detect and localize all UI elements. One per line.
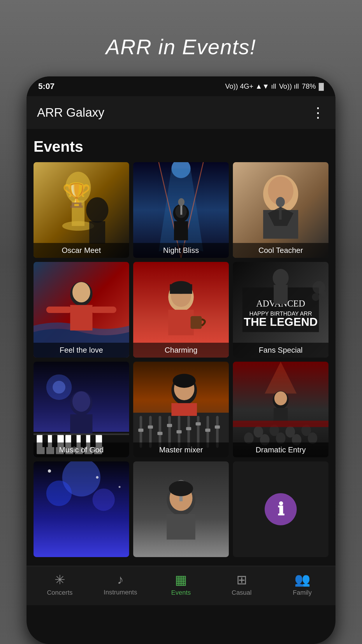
casual-nav-label: Casual — [232, 589, 252, 596]
svg-point-29 — [72, 282, 90, 302]
app-bar: ARR Galaxy ⋮ — [27, 96, 335, 129]
svg-point-109 — [92, 489, 115, 511]
grid-item-oscar-meet[interactable]: Oscar Meet — [34, 162, 129, 258]
phone-frame: 5:07 Vo)) 4G+ ▲▼ ıll Vo)) ıll 78% ▓ ARR … — [27, 76, 335, 644]
oscar-meet-label: Oscar Meet — [34, 243, 129, 258]
svg-point-119 — [169, 481, 193, 496]
family-nav-label: Family — [293, 589, 312, 596]
concerts-nav-label: Concerts — [47, 589, 73, 596]
status-bar: 5:07 Vo)) 4G+ ▲▼ ıll Vo)) ıll 78% ▓ — [27, 76, 335, 96]
svg-rect-80 — [157, 432, 162, 435]
instruments-nav-icon: ♪ — [117, 572, 124, 587]
grid-item-fans-special[interactable]: ADVANCED HAPPY BIRTHDAY ARR THE LEGEND — [233, 262, 328, 358]
svg-rect-105 — [233, 421, 328, 427]
feel-love-label: Feel the love — [34, 343, 129, 358]
battery-icon: ▓ — [319, 82, 324, 90]
signal2-text: Vo)) ıll — [279, 82, 299, 90]
grid-item-dramatic-entry[interactable]: Dramatic Entry — [233, 362, 328, 457]
concerts-nav-icon: ✳ — [55, 572, 65, 587]
svg-rect-63 — [70, 414, 93, 433]
svg-rect-26 — [70, 305, 93, 330]
svg-point-112 — [119, 486, 121, 488]
app-bar-title: ARR Galaxy — [37, 106, 104, 120]
events-nav-icon: ▦ — [175, 572, 187, 587]
page-title: ARR in Events! — [106, 35, 256, 59]
nav-item-instruments[interactable]: ♪ Instruments — [90, 572, 151, 596]
svg-rect-27 — [46, 307, 72, 313]
svg-point-111 — [96, 476, 99, 479]
cool-teacher-label: Cool Teacher — [233, 243, 328, 258]
svg-point-45 — [312, 293, 319, 301]
nav-item-concerts[interactable]: ✳ Concerts — [29, 572, 90, 596]
svg-rect-88 — [171, 403, 197, 416]
grid-item-charming[interactable]: Charming — [133, 262, 229, 358]
grid-item-feel-love[interactable]: Feel the love — [34, 262, 129, 358]
battery-text: 78% — [302, 82, 316, 90]
svg-rect-49 — [34, 433, 129, 435]
svg-point-110 — [48, 469, 51, 473]
svg-rect-79 — [148, 426, 153, 429]
grid-item-night-bliss[interactable]: Night Bliss — [133, 162, 229, 258]
svg-rect-86 — [215, 426, 220, 429]
svg-rect-32 — [168, 310, 194, 335]
svg-rect-83 — [186, 427, 191, 430]
status-right: Vo)) 4G+ ▲▼ ıll Vo)) ıll 78% ▓ — [225, 82, 324, 90]
family-nav-icon: 👥 — [294, 572, 310, 587]
nav-item-casual[interactable]: ⊞ Casual — [211, 572, 272, 596]
grid-item-music-god[interactable]: Music of God — [34, 362, 129, 457]
signal-text: Vo)) 4G+ ▲▼ ıll — [225, 82, 276, 90]
svg-rect-13 — [174, 221, 188, 240]
svg-rect-34 — [191, 316, 202, 329]
svg-point-42 — [273, 269, 289, 287]
svg-point-108 — [46, 481, 72, 506]
outer-wrapper: ARR in Events! 5:07 Vo)) 4G+ ▲▼ ıll Vo))… — [0, 0, 362, 644]
events-nav-label: Events — [171, 589, 191, 596]
grid-item-info[interactable]: ℹ — [233, 461, 328, 557]
fans-special-label: Fans Special — [233, 343, 328, 358]
svg-rect-81 — [167, 424, 172, 427]
casual-nav-icon: ⊞ — [236, 572, 247, 587]
svg-point-64 — [72, 391, 90, 412]
dramatic-entry-label: Dramatic Entry — [233, 442, 328, 457]
svg-rect-115 — [167, 514, 195, 539]
svg-rect-36 — [170, 284, 192, 294]
svg-point-5 — [86, 197, 108, 223]
nav-item-family[interactable]: 👥 Family — [272, 572, 333, 596]
more-options-button[interactable]: ⋮ — [311, 104, 325, 121]
master-mixer-label: Master mixer — [133, 442, 229, 457]
grid-item-master-mixer[interactable]: Master mixer — [133, 362, 229, 457]
svg-point-90 — [173, 374, 196, 388]
instruments-nav-label: Instruments — [104, 589, 137, 596]
night-bliss-label: Night Bliss — [133, 243, 229, 258]
grid-item-concerts[interactable] — [34, 461, 129, 557]
svg-point-104 — [274, 391, 287, 405]
music-god-label: Music of God — [34, 442, 129, 457]
info-circle-button[interactable]: ℹ — [265, 493, 297, 525]
svg-point-46 — [321, 291, 326, 296]
grid-item-cool-teacher[interactable]: Cool Teacher — [233, 162, 328, 258]
svg-rect-28 — [91, 307, 116, 313]
grid-item-mic[interactable] — [133, 461, 229, 557]
svg-rect-43 — [274, 285, 288, 304]
svg-rect-6 — [89, 221, 105, 244]
svg-point-16 — [178, 198, 184, 206]
svg-text:THE LEGEND: THE LEGEND — [244, 315, 318, 328]
svg-rect-78 — [138, 429, 143, 432]
bottom-nav: ✳ Concerts ♪ Instruments ▦ Events ⊞ Casu… — [27, 566, 335, 605]
status-time: 5:07 — [38, 82, 55, 91]
svg-rect-84 — [196, 422, 201, 426]
charming-label: Charming — [133, 343, 229, 358]
section-title: Events — [34, 138, 328, 155]
svg-rect-82 — [177, 430, 182, 433]
content-area: Events — [27, 129, 335, 566]
nav-item-events[interactable]: ▦ Events — [151, 572, 211, 596]
svg-point-2 — [65, 172, 91, 204]
svg-rect-85 — [205, 429, 210, 432]
svg-point-66 — [53, 381, 66, 394]
svg-point-22 — [276, 197, 285, 207]
events-grid: Oscar Meet — [34, 162, 328, 557]
